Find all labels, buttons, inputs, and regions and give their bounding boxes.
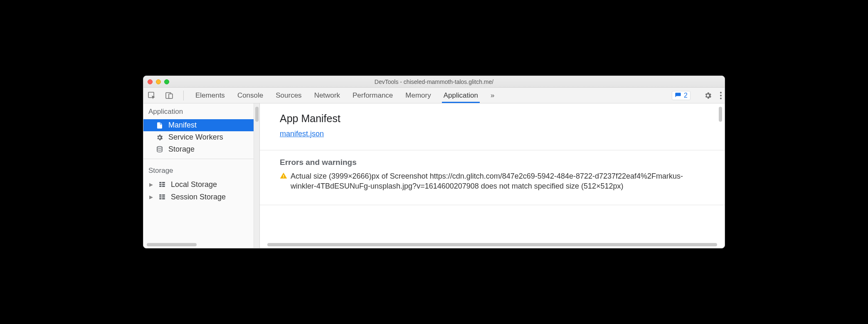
expand-arrow-icon[interactable]: ▸ xyxy=(149,192,154,201)
issues-badge[interactable]: 2 xyxy=(672,91,690,100)
svg-rect-7 xyxy=(159,182,161,183)
file-icon xyxy=(156,122,164,129)
svg-rect-12 xyxy=(162,186,165,187)
tab-network[interactable]: Network xyxy=(313,88,342,103)
svg-point-6 xyxy=(157,146,162,148)
svg-point-4 xyxy=(720,95,722,96)
devtools-tabbar: Elements Console Sources Network Perform… xyxy=(143,88,725,103)
titlebar: DevTools - chiseled-mammoth-talos.glitch… xyxy=(143,76,725,88)
splitter[interactable] xyxy=(254,103,260,248)
svg-point-5 xyxy=(720,98,722,99)
separator xyxy=(183,91,184,101)
tab-console[interactable]: Console xyxy=(236,88,265,103)
gear-icon xyxy=(156,134,164,141)
main-v-scrollbar[interactable] xyxy=(719,107,722,122)
svg-rect-18 xyxy=(162,198,165,199)
warning-icon xyxy=(280,172,287,191)
device-toolbar-icon[interactable] xyxy=(165,91,173,100)
svg-rect-11 xyxy=(159,186,161,187)
more-tabs-button[interactable]: » xyxy=(489,88,496,103)
sidebar-section-storage: Storage xyxy=(143,162,254,178)
sidebar-item-session-storage[interactable]: ▸ Session Storage xyxy=(143,191,254,203)
svg-rect-16 xyxy=(162,196,165,198)
application-sidebar: Application Manifest Service Workers xyxy=(143,103,254,248)
svg-rect-10 xyxy=(162,184,165,185)
kebab-menu-icon[interactable] xyxy=(720,91,722,100)
maximize-button[interactable] xyxy=(164,79,169,84)
sidebar-item-label: Storage xyxy=(168,145,195,154)
sidebar-item-storage[interactable]: Storage xyxy=(143,143,254,155)
svg-rect-9 xyxy=(159,184,161,185)
sidebar-item-label: Manifest xyxy=(168,121,197,130)
inspect-element-icon[interactable] xyxy=(148,91,156,100)
sidebar-h-scrollbar[interactable] xyxy=(147,241,250,246)
sidebar-item-local-storage[interactable]: ▸ Local Storage xyxy=(143,178,254,191)
tab-sources[interactable]: Sources xyxy=(274,88,303,103)
settings-icon[interactable] xyxy=(704,91,712,100)
sidebar-section-application: Application xyxy=(143,103,254,119)
workspace: Application Manifest Service Workers xyxy=(143,103,725,248)
svg-rect-13 xyxy=(159,194,161,196)
tab-application[interactable]: Application xyxy=(442,88,480,103)
svg-rect-8 xyxy=(162,182,165,183)
sidebar-item-service-workers[interactable]: Service Workers xyxy=(143,131,254,143)
tab-memory[interactable]: Memory xyxy=(404,88,432,103)
page-title: App Manifest xyxy=(280,113,708,125)
svg-rect-17 xyxy=(159,198,161,199)
svg-rect-15 xyxy=(159,196,161,198)
issues-count: 2 xyxy=(684,92,688,99)
errors-heading: Errors and warnings xyxy=(260,150,725,171)
grid-icon xyxy=(158,193,167,201)
traffic-lights xyxy=(148,79,169,84)
window-title: DevTools - chiseled-mammoth-talos.glitch… xyxy=(143,79,725,85)
tab-performance[interactable]: Performance xyxy=(351,88,395,103)
main-h-scrollbar[interactable] xyxy=(267,241,717,246)
grid-icon xyxy=(158,181,167,188)
svg-point-3 xyxy=(720,92,722,93)
expand-arrow-icon[interactable]: ▸ xyxy=(149,180,154,189)
devtools-window: DevTools - chiseled-mammoth-talos.glitch… xyxy=(143,76,725,248)
svg-rect-2 xyxy=(169,94,173,98)
warning-text: Actual size (3999×2666)px of Screenshot … xyxy=(291,171,705,191)
divider xyxy=(143,159,254,159)
sidebar-item-label: Session Storage xyxy=(171,193,226,201)
minimize-button[interactable] xyxy=(156,79,161,84)
svg-rect-14 xyxy=(162,194,165,196)
close-button[interactable] xyxy=(148,79,153,84)
manifest-link[interactable]: manifest.json xyxy=(280,130,324,138)
main-panel: App Manifest manifest.json Errors and wa… xyxy=(260,103,725,248)
database-icon xyxy=(156,146,164,153)
warning-row: Actual size (3999×2666)px of Screenshot … xyxy=(260,171,725,197)
sidebar-item-label: Service Workers xyxy=(168,133,223,142)
tab-elements[interactable]: Elements xyxy=(194,88,227,103)
sidebar-item-manifest[interactable]: Manifest xyxy=(143,119,254,131)
sidebar-item-label: Local Storage xyxy=(171,180,217,189)
